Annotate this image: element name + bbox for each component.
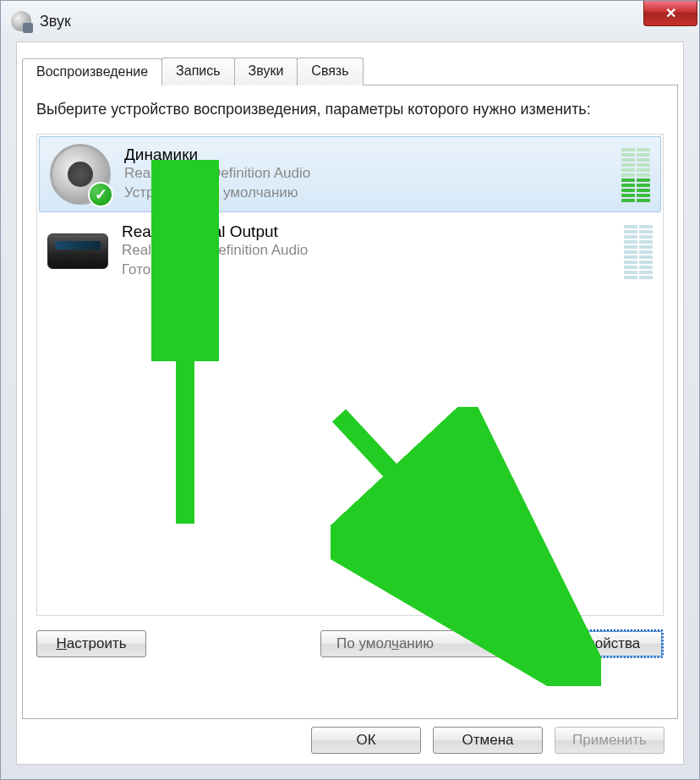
tab-recording[interactable]: Запись	[161, 58, 235, 85]
dialog-body: Воспроизведение Запись Звуки Связь Выбер…	[16, 41, 684, 765]
tab-communications[interactable]: Связь	[297, 58, 363, 85]
chevron-down-icon: ▼	[519, 638, 531, 650]
tab-sounds[interactable]: Звуки	[234, 58, 298, 85]
tab-panel-playback: Выберите устройство воспроизведения, пар…	[22, 85, 678, 719]
device-title: Realtek Digital Output	[122, 222, 610, 241]
instruction-text: Выберите устройство воспроизведения, пар…	[36, 99, 664, 120]
configure-button[interactable]: Настроить	[36, 630, 146, 657]
device-text: Динамики Realtek High Definition Audio У…	[124, 146, 608, 203]
device-status: Устройство по умолчанию	[124, 184, 608, 203]
set-default-label: По умолчанию	[336, 635, 434, 652]
configure-label: Настроить	[56, 635, 126, 651]
apply-button[interactable]: Применить	[555, 727, 664, 754]
close-icon: ✕	[665, 5, 676, 21]
default-check-icon: ✓	[88, 182, 113, 207]
device-item-digital[interactable]: Realtek Digital Output Realtek High Defi…	[37, 214, 663, 288]
level-meter	[621, 146, 650, 202]
tab-strip: Воспроизведение Запись Звуки Связь	[17, 42, 683, 85]
device-item-speakers[interactable]: ✓ Динамики Realtek High Definition Audio…	[39, 136, 661, 212]
close-button[interactable]: ✕	[643, 1, 697, 26]
digital-output-icon	[47, 221, 108, 282]
device-text: Realtek Digital Output Realtek High Defi…	[122, 222, 610, 280]
device-driver: Realtek High Definition Audio	[124, 164, 608, 184]
ok-button[interactable]: ОК	[311, 727, 421, 754]
cancel-button[interactable]: Отмена	[433, 727, 543, 754]
sound-icon	[11, 11, 31, 31]
dialog-buttons: ОК Отмена Применить	[311, 727, 664, 754]
tab-playback[interactable]: Воспроизведение	[22, 58, 162, 86]
level-meter	[624, 223, 653, 279]
device-title: Динамики	[124, 146, 608, 164]
speaker-icon: ✓	[50, 144, 111, 205]
device-status: Готов	[122, 261, 610, 280]
properties-button[interactable]: Свойства	[554, 629, 664, 658]
properties-label: Свойства	[577, 635, 641, 651]
set-default-dropdown[interactable]: По умолчанию ▼	[320, 630, 540, 657]
device-list[interactable]: ✓ Динамики Realtek High Definition Audio…	[36, 134, 664, 616]
sound-dialog: Звук ✕ Воспроизведение Запись Звуки Связ…	[0, 0, 700, 780]
device-driver: Realtek High Definition Audio	[122, 241, 610, 261]
titlebar: Звук ✕	[1, 1, 699, 41]
panel-buttons: Настроить По умолчанию ▼ Свойства	[36, 629, 664, 658]
window-title: Звук	[40, 13, 71, 30]
